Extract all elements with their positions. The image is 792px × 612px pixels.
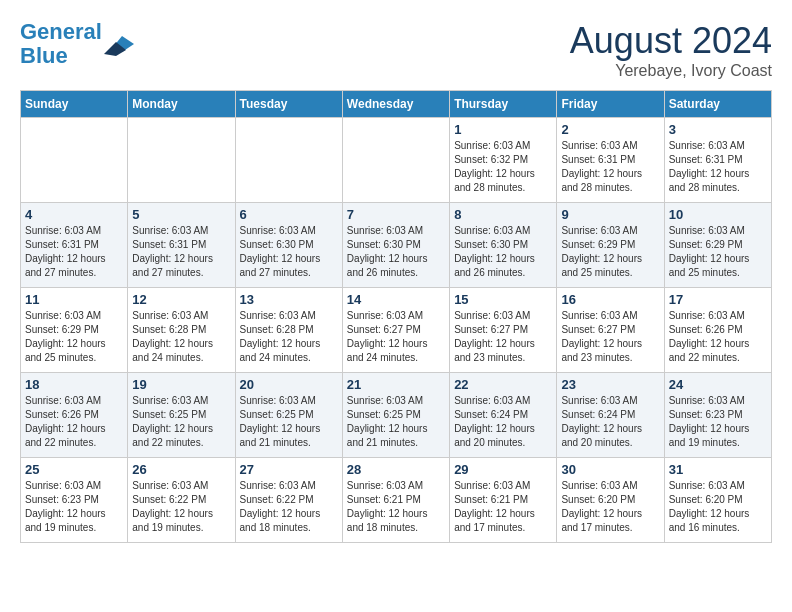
day-number: 5	[132, 207, 230, 222]
day-info: Sunrise: 6:03 AM Sunset: 6:29 PM Dayligh…	[25, 309, 123, 365]
logo-text: GeneralBlue	[20, 20, 102, 68]
dow-header: Sunday	[21, 91, 128, 118]
day-number: 23	[561, 377, 659, 392]
day-info: Sunrise: 6:03 AM Sunset: 6:29 PM Dayligh…	[561, 224, 659, 280]
day-number: 19	[132, 377, 230, 392]
calendar-cell: 22Sunrise: 6:03 AM Sunset: 6:24 PM Dayli…	[450, 373, 557, 458]
day-number: 12	[132, 292, 230, 307]
calendar-cell: 3Sunrise: 6:03 AM Sunset: 6:31 PM Daylig…	[664, 118, 771, 203]
day-info: Sunrise: 6:03 AM Sunset: 6:31 PM Dayligh…	[132, 224, 230, 280]
calendar-cell: 7Sunrise: 6:03 AM Sunset: 6:30 PM Daylig…	[342, 203, 449, 288]
day-number: 8	[454, 207, 552, 222]
calendar-cell: 26Sunrise: 6:03 AM Sunset: 6:22 PM Dayli…	[128, 458, 235, 543]
day-number: 9	[561, 207, 659, 222]
day-number: 30	[561, 462, 659, 477]
day-number: 22	[454, 377, 552, 392]
day-number: 1	[454, 122, 552, 137]
day-info: Sunrise: 6:03 AM Sunset: 6:27 PM Dayligh…	[454, 309, 552, 365]
calendar-cell	[342, 118, 449, 203]
day-info: Sunrise: 6:03 AM Sunset: 6:22 PM Dayligh…	[132, 479, 230, 535]
day-info: Sunrise: 6:03 AM Sunset: 6:30 PM Dayligh…	[347, 224, 445, 280]
day-number: 16	[561, 292, 659, 307]
day-info: Sunrise: 6:03 AM Sunset: 6:23 PM Dayligh…	[669, 394, 767, 450]
day-number: 2	[561, 122, 659, 137]
day-info: Sunrise: 6:03 AM Sunset: 6:20 PM Dayligh…	[561, 479, 659, 535]
day-info: Sunrise: 6:03 AM Sunset: 6:29 PM Dayligh…	[669, 224, 767, 280]
calendar-cell	[235, 118, 342, 203]
calendar-cell: 28Sunrise: 6:03 AM Sunset: 6:21 PM Dayli…	[342, 458, 449, 543]
calendar-cell: 20Sunrise: 6:03 AM Sunset: 6:25 PM Dayli…	[235, 373, 342, 458]
day-info: Sunrise: 6:03 AM Sunset: 6:25 PM Dayligh…	[132, 394, 230, 450]
day-info: Sunrise: 6:03 AM Sunset: 6:30 PM Dayligh…	[454, 224, 552, 280]
calendar-cell: 15Sunrise: 6:03 AM Sunset: 6:27 PM Dayli…	[450, 288, 557, 373]
day-number: 6	[240, 207, 338, 222]
calendar-table: SundayMondayTuesdayWednesdayThursdayFrid…	[20, 90, 772, 543]
calendar-cell: 11Sunrise: 6:03 AM Sunset: 6:29 PM Dayli…	[21, 288, 128, 373]
location: Yerebaye, Ivory Coast	[570, 62, 772, 80]
calendar-cell: 24Sunrise: 6:03 AM Sunset: 6:23 PM Dayli…	[664, 373, 771, 458]
day-number: 28	[347, 462, 445, 477]
calendar-cell: 2Sunrise: 6:03 AM Sunset: 6:31 PM Daylig…	[557, 118, 664, 203]
calendar-cell	[128, 118, 235, 203]
calendar-cell: 10Sunrise: 6:03 AM Sunset: 6:29 PM Dayli…	[664, 203, 771, 288]
day-number: 25	[25, 462, 123, 477]
calendar-cell: 6Sunrise: 6:03 AM Sunset: 6:30 PM Daylig…	[235, 203, 342, 288]
dow-header: Wednesday	[342, 91, 449, 118]
day-number: 15	[454, 292, 552, 307]
day-info: Sunrise: 6:03 AM Sunset: 6:28 PM Dayligh…	[132, 309, 230, 365]
day-info: Sunrise: 6:03 AM Sunset: 6:20 PM Dayligh…	[669, 479, 767, 535]
dow-header: Saturday	[664, 91, 771, 118]
day-number: 14	[347, 292, 445, 307]
calendar-cell: 14Sunrise: 6:03 AM Sunset: 6:27 PM Dayli…	[342, 288, 449, 373]
day-info: Sunrise: 6:03 AM Sunset: 6:30 PM Dayligh…	[240, 224, 338, 280]
day-number: 24	[669, 377, 767, 392]
calendar-cell: 27Sunrise: 6:03 AM Sunset: 6:22 PM Dayli…	[235, 458, 342, 543]
day-info: Sunrise: 6:03 AM Sunset: 6:32 PM Dayligh…	[454, 139, 552, 195]
day-number: 13	[240, 292, 338, 307]
day-info: Sunrise: 6:03 AM Sunset: 6:26 PM Dayligh…	[25, 394, 123, 450]
calendar-cell: 19Sunrise: 6:03 AM Sunset: 6:25 PM Dayli…	[128, 373, 235, 458]
page-header: GeneralBlue August 2024 Yerebaye, Ivory …	[20, 20, 772, 80]
calendar-cell: 30Sunrise: 6:03 AM Sunset: 6:20 PM Dayli…	[557, 458, 664, 543]
day-number: 4	[25, 207, 123, 222]
dow-header: Friday	[557, 91, 664, 118]
calendar-cell: 9Sunrise: 6:03 AM Sunset: 6:29 PM Daylig…	[557, 203, 664, 288]
day-info: Sunrise: 6:03 AM Sunset: 6:26 PM Dayligh…	[669, 309, 767, 365]
calendar-cell: 5Sunrise: 6:03 AM Sunset: 6:31 PM Daylig…	[128, 203, 235, 288]
logo-icon	[104, 32, 134, 56]
day-info: Sunrise: 6:03 AM Sunset: 6:31 PM Dayligh…	[25, 224, 123, 280]
calendar-cell	[21, 118, 128, 203]
dow-header: Thursday	[450, 91, 557, 118]
day-number: 7	[347, 207, 445, 222]
calendar-cell: 16Sunrise: 6:03 AM Sunset: 6:27 PM Dayli…	[557, 288, 664, 373]
day-info: Sunrise: 6:03 AM Sunset: 6:31 PM Dayligh…	[561, 139, 659, 195]
day-number: 17	[669, 292, 767, 307]
day-info: Sunrise: 6:03 AM Sunset: 6:27 PM Dayligh…	[561, 309, 659, 365]
calendar-cell: 1Sunrise: 6:03 AM Sunset: 6:32 PM Daylig…	[450, 118, 557, 203]
logo: GeneralBlue	[20, 20, 134, 68]
day-info: Sunrise: 6:03 AM Sunset: 6:24 PM Dayligh…	[454, 394, 552, 450]
day-number: 29	[454, 462, 552, 477]
day-info: Sunrise: 6:03 AM Sunset: 6:22 PM Dayligh…	[240, 479, 338, 535]
day-info: Sunrise: 6:03 AM Sunset: 6:21 PM Dayligh…	[347, 479, 445, 535]
calendar-cell: 23Sunrise: 6:03 AM Sunset: 6:24 PM Dayli…	[557, 373, 664, 458]
calendar-cell: 12Sunrise: 6:03 AM Sunset: 6:28 PM Dayli…	[128, 288, 235, 373]
day-info: Sunrise: 6:03 AM Sunset: 6:21 PM Dayligh…	[454, 479, 552, 535]
calendar-cell: 29Sunrise: 6:03 AM Sunset: 6:21 PM Dayli…	[450, 458, 557, 543]
day-info: Sunrise: 6:03 AM Sunset: 6:25 PM Dayligh…	[347, 394, 445, 450]
day-number: 20	[240, 377, 338, 392]
day-info: Sunrise: 6:03 AM Sunset: 6:24 PM Dayligh…	[561, 394, 659, 450]
day-number: 18	[25, 377, 123, 392]
calendar-cell: 31Sunrise: 6:03 AM Sunset: 6:20 PM Dayli…	[664, 458, 771, 543]
calendar-cell: 13Sunrise: 6:03 AM Sunset: 6:28 PM Dayli…	[235, 288, 342, 373]
day-number: 31	[669, 462, 767, 477]
calendar-cell: 25Sunrise: 6:03 AM Sunset: 6:23 PM Dayli…	[21, 458, 128, 543]
day-info: Sunrise: 6:03 AM Sunset: 6:25 PM Dayligh…	[240, 394, 338, 450]
day-number: 21	[347, 377, 445, 392]
title-block: August 2024 Yerebaye, Ivory Coast	[570, 20, 772, 80]
calendar-cell: 17Sunrise: 6:03 AM Sunset: 6:26 PM Dayli…	[664, 288, 771, 373]
day-number: 26	[132, 462, 230, 477]
day-number: 10	[669, 207, 767, 222]
calendar-cell: 21Sunrise: 6:03 AM Sunset: 6:25 PM Dayli…	[342, 373, 449, 458]
day-number: 11	[25, 292, 123, 307]
